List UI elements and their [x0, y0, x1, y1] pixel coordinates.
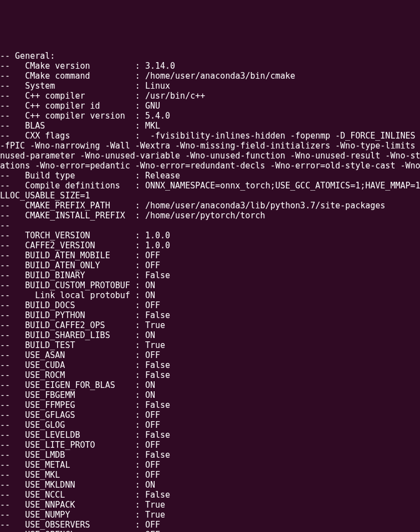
- config-row: -- CMake command : /home/user/anaconda3/…: [0, 71, 420, 81]
- config-row-cxx-flags-wrap: ations -Wno-error=pedantic -Wno-error=re…: [0, 161, 420, 171]
- config-row: -- CMAKE_PREFIX_PATH : /home/user/anacon…: [0, 201, 420, 211]
- config-row: -- USE_METAL : OFF: [0, 460, 420, 470]
- config-row: -- CMake version : 3.14.0: [0, 61, 420, 71]
- config-row-compile-defs: -- Compile definitions : ONNX_NAMESPACE=…: [0, 181, 420, 191]
- config-row: -- Build type : Release: [0, 171, 420, 181]
- config-row: -- USE_FFMPEG : False: [0, 400, 420, 410]
- config-row-cxx-flags-wrap: nused-parameter -Wno-unused-variable -Wn…: [0, 151, 420, 161]
- config-row: -- USE_MKL : OFF: [0, 470, 420, 480]
- config-row: -- BUILD_ATEN_ONLY : OFF: [0, 260, 420, 270]
- config-row: -- BUILD_ATEN_MOBILE : OFF: [0, 250, 420, 260]
- config-row: -- CMAKE_INSTALL_PREFIX : /home/user/pyt…: [0, 211, 420, 221]
- config-row: -- USE_NUMPY : True: [0, 510, 420, 520]
- config-row: -- BUILD_SHARED_LIBS : ON: [0, 330, 420, 340]
- blank-config-line: --: [0, 221, 420, 231]
- config-row: -- USE_LEVELDB : False: [0, 430, 420, 440]
- config-row: -- USE_LITE_PROTO : OFF: [0, 440, 420, 450]
- config-row: -- USE_NCCL : False: [0, 490, 420, 500]
- config-row: -- USE_LMDB : False: [0, 450, 420, 460]
- config-row: -- BUILD_DOCS : OFF: [0, 300, 420, 310]
- config-row: -- USE_MKLDNN : ON: [0, 480, 420, 490]
- config-row: -- Link local protobuf : ON: [0, 290, 420, 300]
- config-row: -- USE_EIGEN_FOR_BLAS : ON: [0, 380, 420, 390]
- terminal-output: -- General:-- CMake version : 3.14.0-- C…: [0, 50, 420, 532]
- config-row: -- USE_OPENCL : OFF: [0, 530, 420, 532]
- config-row: -- C++ compiler : /usr/bin/c++: [0, 91, 420, 101]
- config-row: -- USE_GFLAGS : OFF: [0, 410, 420, 420]
- config-section-header: -- General:: [0, 51, 420, 61]
- config-row: -- USE_NNPACK : True: [0, 500, 420, 510]
- config-row-compile-defs-wrap: LLOC_USABLE_SIZE=1: [0, 191, 420, 201]
- config-row: -- BUILD_CUSTOM_PROTOBUF : ON: [0, 280, 420, 290]
- config-row: -- BUILD_CAFFE2_OPS : True: [0, 320, 420, 330]
- config-row: -- USE_ASAN : OFF: [0, 350, 420, 360]
- config-row: -- CAFFE2_VERSION : 1.0.0: [0, 241, 420, 250]
- config-row-cxx-flags-wrap: -fPIC -Wno-narrowing -Wall -Wextra -Wno-…: [0, 141, 420, 151]
- config-row: -- USE_GLOG : OFF: [0, 420, 420, 430]
- config-row: -- BUILD_BINARY : False: [0, 270, 420, 280]
- config-row: -- USE_ROCM : False: [0, 370, 420, 380]
- config-row: -- TORCH_VERSION : 1.0.0: [0, 231, 420, 241]
- config-row: -- USE_CUDA : False: [0, 360, 420, 370]
- config-row: -- BLAS : MKL: [0, 121, 420, 131]
- config-row: -- C++ compiler id : GNU: [0, 101, 420, 111]
- config-row: -- C++ compiler version : 5.4.0: [0, 111, 420, 121]
- config-row-cxx-flags: -- CXX flags : -fvisibility-inlines-hidd…: [0, 131, 420, 141]
- config-row: -- System : Linux: [0, 81, 420, 91]
- config-row: -- BUILD_TEST : True: [0, 340, 420, 350]
- config-row: -- BUILD_PYTHON : False: [0, 310, 420, 320]
- config-row: -- USE_OBSERVERS : OFF: [0, 520, 420, 530]
- config-row: -- USE_FBGEMM : ON: [0, 390, 420, 400]
